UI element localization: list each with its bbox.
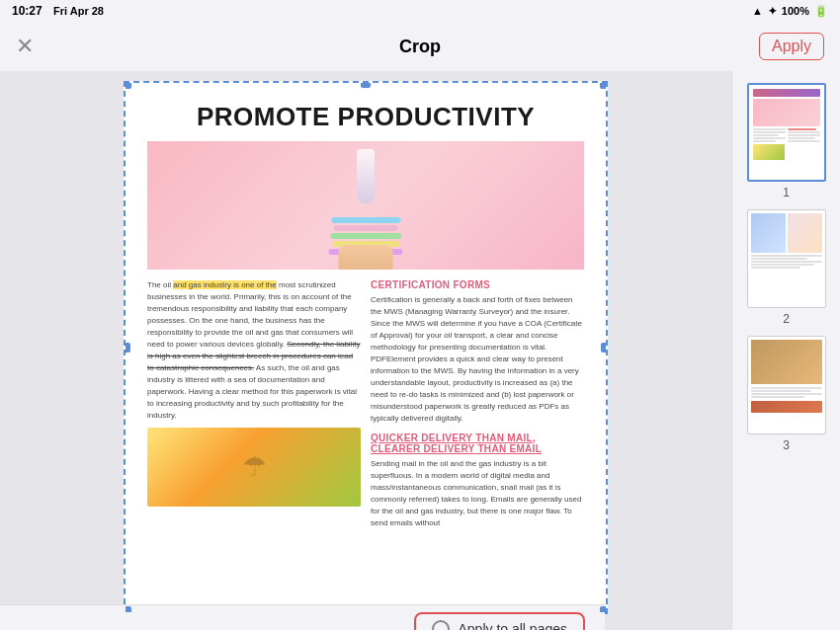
apply-button[interactable]: Apply [759,33,824,60]
battery-pct: 100% [782,5,809,17]
thumb2-top [751,213,822,253]
crop-handle-right[interactable] [601,343,608,353]
crop-handle-top[interactable] [361,81,371,88]
apply-all-pages-button[interactable]: Apply to all pages [414,612,585,631]
bluetooth-icon: ✦ [768,5,777,18]
apply-all-radio[interactable] [432,620,450,631]
bottom-bar: Apply to all pages [0,604,605,630]
thumbnail-box-1[interactable] [747,83,826,182]
thumbnail-num-1: 1 [783,186,790,199]
crop-handle-left[interactable] [124,343,130,353]
thumbnail-box-3[interactable] [747,336,826,434]
thumb-content-3 [748,337,825,433]
top-bar-right: Apply [676,33,824,60]
right-heading-2: QUICKER DELIVERY THAN MAIL, CLEARER DELI… [371,433,584,454]
left-column: The oil and gas industry is one of the m… [147,279,361,529]
thumbnail-box-2[interactable] [747,209,826,308]
thumbnail-num-2: 2 [783,312,790,326]
top-bar-left: ✕ [16,36,164,57]
status-right: ▲ ✦ 100% 🔋 [752,5,828,18]
close-button[interactable]: ✕ [16,36,34,57]
crop-handle-tl[interactable] [124,81,131,89]
document-lower-image: ☂ [147,428,361,507]
thumb-content-1 [749,85,824,180]
right-column: CERTIFICATION FORMS Certification is gen… [371,279,584,529]
right-heading-1: CERTIFICATION FORMS [371,279,584,290]
right-column-text-1: Certification is generally a back and fo… [371,294,584,425]
canvas-area: PROMOTE PRODUCTIVITY [0,71,731,630]
thumb2-col2 [788,213,822,253]
status-time: 10:27 Fri Apr 28 [12,4,104,18]
thumbnail-panel: 1 2 [731,71,840,630]
thumbnail-3[interactable]: 3 [747,336,826,452]
thumb-content-2 [748,210,825,307]
main-content: PROMOTE PRODUCTIVITY [0,71,840,630]
thumb3-image [751,340,822,384]
thumb2-bottom [751,255,822,304]
right-column-text-2: Sending mail in the oil and the gas indu… [371,458,584,529]
document-title: PROMOTE PRODUCTIVITY [147,103,584,131]
document-content: PROMOTE PRODUCTIVITY [126,83,606,549]
document-page[interactable]: PROMOTE PRODUCTIVITY [124,81,608,614]
thumbnail-1[interactable]: 1 [747,83,826,199]
thumb2-col1 [751,213,786,253]
left-column-text: The oil and gas industry is one of the m… [147,279,361,422]
battery-icon: 🔋 [814,5,828,18]
crop-handle-tr[interactable] [600,81,608,89]
status-bar: 10:27 Fri Apr 28 ▲ ✦ 100% 🔋 [0,0,840,22]
document-hero-image [147,141,584,270]
wifi-icon: ▲ [752,5,763,17]
apply-all-label: Apply to all pages [458,621,567,631]
thumbnail-2[interactable]: 2 [747,209,826,326]
thumbnail-num-3: 3 [783,438,790,452]
two-column-layout: The oil and gas industry is one of the m… [147,279,584,529]
page-title: Crop [164,37,676,57]
